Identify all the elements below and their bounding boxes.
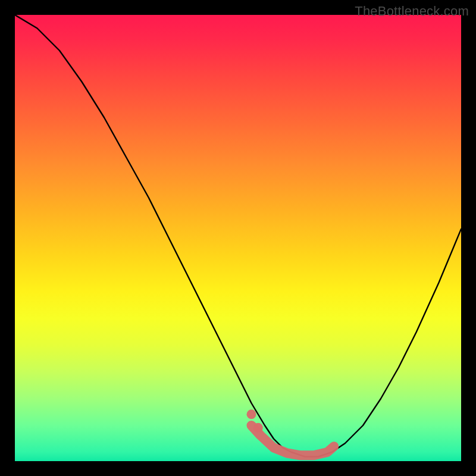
- watermark-text: TheBottleneck.com: [355, 4, 469, 19]
- svg-point-1: [253, 423, 263, 433]
- svg-point-0: [247, 409, 256, 419]
- optimal-markers: [15, 15, 461, 461]
- chart-plot-area: [15, 15, 461, 461]
